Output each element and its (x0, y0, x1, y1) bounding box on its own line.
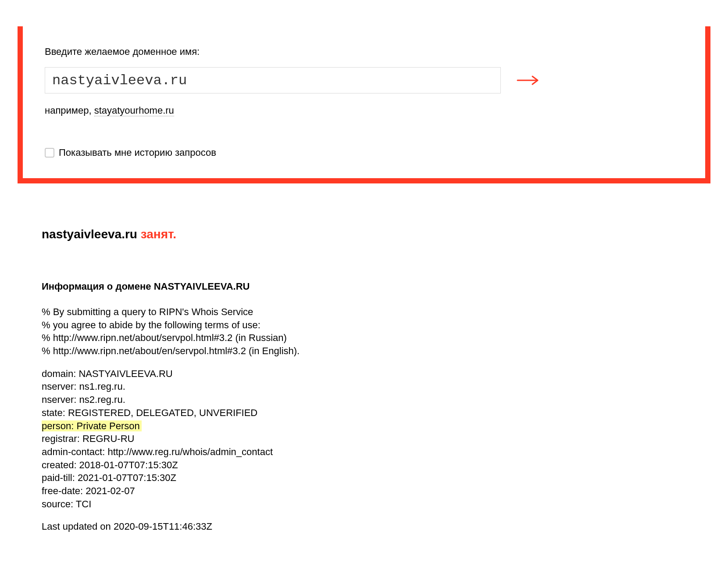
example-line: например, stayatyourhome.ru (45, 105, 683, 116)
result-domain: nastyaivleeva.ru (42, 227, 137, 241)
example-domain-link[interactable]: stayatyourhome.ru (94, 105, 174, 116)
highlighted-text: person: Private Person (42, 420, 142, 431)
example-prefix: например, (45, 105, 94, 116)
whois-preamble-line: % you agree to abide by the following te… (42, 319, 710, 332)
submit-button[interactable] (510, 72, 546, 89)
whois-domain: domain: NASTYAIVLEEVA.RU (42, 367, 710, 380)
history-checkbox-label[interactable]: Показывать мне историю запросов (59, 147, 216, 158)
whois-preamble-line: % http://www.ripn.net/about/servpol.html… (42, 331, 710, 345)
search-prompt-label: Введите желаемое доменное имя: (45, 46, 683, 57)
whois-blank-line (42, 510, 710, 520)
whois-person: person: Private Person (42, 420, 710, 433)
whois-source: source: TCI (42, 498, 710, 511)
whois-state: state: REGISTERED, DELEGATED, UNVERIFIED (42, 406, 710, 420)
whois-nserver: nserver: ns1.reg.ru. (42, 380, 710, 393)
whois-admin-contact: admin-contact: http://www.reg.ru/whois/a… (42, 445, 710, 459)
whois-paid-till: paid-till: 2021-01-07T07:15:30Z (42, 471, 710, 484)
whois-preamble-line: % http://www.ripn.net/about/en/servpol.h… (42, 345, 710, 358)
domain-status-line: nastyaivleeva.ru занят. (42, 227, 710, 241)
search-panel: Введите желаемое доменное имя: например,… (18, 26, 710, 183)
whois-free-date: free-date: 2021-02-07 (42, 484, 710, 498)
search-input-row (45, 67, 683, 93)
whois-output: % By submitting a query to RIPN's Whois … (42, 305, 710, 533)
whois-preamble-line: % By submitting a query to RIPN's Whois … (42, 305, 710, 319)
whois-blank-line (42, 358, 710, 367)
history-checkbox[interactable] (45, 148, 54, 158)
status-badge: занят. (141, 227, 176, 241)
whois-nserver: nserver: ns2.reg.ru. (42, 393, 710, 406)
info-heading: Информация о домене NASTYAIVLEEVA.RU (42, 281, 710, 292)
results-content: nastyaivleeva.ru занят. Информация о дом… (42, 227, 710, 533)
arrow-right-icon (517, 75, 539, 86)
whois-created: created: 2018-01-07T07:15:30Z (42, 459, 710, 472)
whois-last-updated: Last updated on 2020-09-15T11:46:33Z (42, 520, 710, 533)
whois-registrar: registrar: REGRU-RU (42, 432, 710, 445)
domain-input[interactable] (45, 67, 501, 93)
history-row: Показывать мне историю запросов (45, 147, 683, 158)
